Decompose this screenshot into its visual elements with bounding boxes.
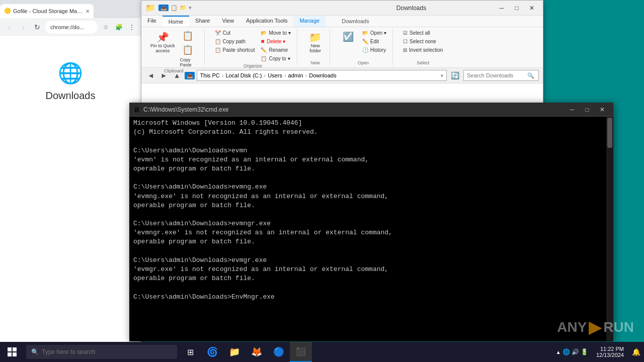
nav-back-button[interactable]: ◄ <box>145 71 156 79</box>
ribbon-select-all-button[interactable]: ☑ Select all <box>401 29 445 37</box>
breadcrumb-admin[interactable]: admin <box>288 72 303 78</box>
copy-to-icon: 📋 <box>261 56 267 61</box>
explorer-maximize-button[interactable]: □ <box>510 1 524 15</box>
properties-icon: ☑️ <box>343 31 354 42</box>
ribbon-copy-button[interactable]: 📋 <box>180 29 200 42</box>
chrome-tab-close-button[interactable]: ✕ <box>86 9 90 14</box>
select-all-label: Select all <box>410 30 430 36</box>
cmd-maximize-button[interactable]: □ <box>580 103 594 117</box>
ribbon-move-to-button[interactable]: 📂 Move to ▾ <box>259 29 292 37</box>
breadcrumb-expand[interactable]: ▾ <box>441 73 443 78</box>
cmd-output-area[interactable]: Microsoft Windows [Version 10.0.19045.40… <box>129 117 613 341</box>
nav-forward-button[interactable]: ► <box>158 71 170 79</box>
explorer-minimize-button[interactable]: ─ <box>495 1 509 15</box>
taskbar-cmd-button[interactable]: ⬛ <box>290 342 312 362</box>
cmd-line-blank-1 <box>133 137 603 146</box>
taskbar-chrome-button[interactable]: 🔵 <box>268 342 290 362</box>
ribbon-new-folder-button[interactable]: 📁 Newfolder <box>305 29 326 55</box>
cmd-line-blank-3 <box>133 210 603 219</box>
chrome-browser-window: 🟡 Gofile - Cloud Storage Made Si... ✕ ‹ … <box>0 0 141 362</box>
cmd-scroll-thumb[interactable] <box>607 118 612 148</box>
cut-label: Cut <box>223 30 231 36</box>
new-folder-label: Newfolder <box>310 43 321 53</box>
chrome-address-text: chrome://do... <box>50 24 84 30</box>
breadcrumb-downloads[interactable]: Downloads <box>309 72 336 78</box>
organize-buttons: ✂️ Cut 📋 Copy path 📋 Paste shortcut <box>213 29 257 54</box>
chrome-tab-gofile[interactable]: 🟡 Gofile - Cloud Storage Made Si... ✕ <box>0 4 94 18</box>
task-view-icon: ⊞ <box>187 347 194 357</box>
file-explorer-icon: 📁 <box>229 346 240 357</box>
ribbon-select-none-button[interactable]: ☐ Select none <box>401 38 445 45</box>
ribbon-edit-button[interactable]: ✏️ Edit <box>360 38 388 45</box>
taskbar-clock[interactable]: 11:22 PM 12/13/2024 <box>592 346 628 358</box>
cmd-cursor-line <box>133 302 603 311</box>
breadcrumb-localdisk[interactable]: Local Disk (C:) <box>225 72 262 78</box>
nav-refresh-button[interactable]: 🔄 <box>449 71 461 79</box>
cmd-scrollbar[interactable] <box>606 117 613 341</box>
ribbon-tab-share[interactable]: Share <box>189 16 216 27</box>
volume-icon[interactable]: 🔊 <box>572 348 579 355</box>
explorer-close-button[interactable]: ✕ <box>525 1 539 15</box>
chrome-address-bar[interactable]: chrome://do... <box>45 21 98 34</box>
chrome-more-icon[interactable]: ⋮ <box>126 21 138 33</box>
chrome-bookmark-icon[interactable]: ☆ <box>100 21 112 33</box>
taskbar-search-box[interactable]: 🔍 <box>26 345 177 359</box>
chrome-refresh-button[interactable]: ↻ <box>31 21 43 33</box>
ribbon-rename-button[interactable]: ✏️ Rename <box>259 46 292 54</box>
ribbon-tab-app-tools[interactable]: Application Tools <box>240 16 293 27</box>
cmd-line-3: C:\Users\admin\Downloads>evmn <box>133 146 603 155</box>
copy-path-icon: 📋 <box>215 39 221 44</box>
chrome-tab-favicon: 🟡 <box>4 8 11 15</box>
cmd-line-9: C:\Users\admin\Downloads>evmngr.exe <box>133 219 603 228</box>
cmd-minimize-button[interactable]: ─ <box>565 103 579 117</box>
cmd-line-2: (c) Microsoft Corporation. All rights re… <box>133 128 603 137</box>
taskbar-right-area: ▲ 🌐 🔊 🔋 11:22 PM 12/13/2024 🔔 <box>552 342 644 362</box>
ribbon-select-items: ☑ Select all ☐ Select none ⊟ Invert sele… <box>401 29 445 59</box>
ribbon-properties-button[interactable]: ☑️ <box>338 29 358 44</box>
ribbon-copy-to-button[interactable]: 📋 Copy to ▾ <box>259 55 292 62</box>
search-icon: 🔍 <box>527 72 534 79</box>
breadcrumb-thispc[interactable]: This PC <box>200 72 220 78</box>
ribbon-paste-shortcut-button[interactable]: 📋 Paste shortcut <box>213 46 257 54</box>
chrome-back-button[interactable]: ‹ <box>3 21 15 33</box>
explorer-search-input[interactable] <box>467 72 527 78</box>
ribbon-copy-path-button[interactable]: 📋 Copy path <box>213 38 257 45</box>
explorer-quick-icon: 📥 <box>158 5 169 11</box>
breadcrumb-users[interactable]: Users <box>268 72 282 78</box>
ribbon-new-group: 📁 Newfolder New <box>301 29 330 65</box>
cmd-window-controls: ─ □ ✕ <box>565 103 609 117</box>
chrome-tabs-bar: 🟡 Gofile - Cloud Storage Made Si... ✕ <box>0 0 141 18</box>
explorer-breadcrumb[interactable]: This PC › Local Disk (C:) › Users › admi… <box>197 70 447 81</box>
taskbar-file-explorer-button[interactable]: 📁 <box>223 342 246 362</box>
ribbon-tab-manage[interactable]: Manage <box>293 16 326 27</box>
ribbon-cut-button[interactable]: ✂️ Cut <box>213 29 257 37</box>
start-button[interactable] <box>0 342 24 362</box>
ribbon-tab-file[interactable]: File <box>141 16 163 27</box>
chrome-page-content: 🌐 Downloads <box>0 36 141 362</box>
taskbar-edge-button[interactable]: 🌀 <box>201 342 223 362</box>
chrome-forward-button[interactable]: › <box>17 21 29 33</box>
taskbar-firefox-button[interactable]: 🦊 <box>246 342 268 362</box>
ribbon-open-button[interactable]: 📂 Open ▾ <box>360 29 388 37</box>
ribbon-tab-view[interactable]: View <box>216 16 240 27</box>
ribbon-invert-button[interactable]: ⊟ Invert selection <box>401 46 445 54</box>
network-icon[interactable]: 🌐 <box>562 348 570 355</box>
ribbon-pin-button[interactable]: 📌 Pin to Quickaccess <box>147 29 178 55</box>
taskbar-task-view-button[interactable]: ⊞ <box>179 342 201 362</box>
nav-up-button[interactable]: ▲ <box>172 71 183 79</box>
cmd-close-button[interactable]: ✕ <box>595 103 609 117</box>
ribbon-delete-button[interactable]: ✖ Delete ▾ <box>259 38 292 45</box>
chrome-extensions-icon[interactable]: 🧩 <box>113 21 125 33</box>
cmd-icon: 🖥 <box>133 106 140 114</box>
explorer-search-box[interactable]: 🔍 <box>463 70 539 81</box>
explorer-ribbon: File Home Share View Application Tools M… <box>141 16 543 68</box>
expand-tray-icon[interactable]: ▲ <box>556 349 561 355</box>
ribbon-history-button[interactable]: 🕐 History <box>360 46 388 54</box>
ribbon-tab-home[interactable]: Home <box>163 16 189 27</box>
notification-button[interactable]: 🔔 <box>628 342 644 362</box>
explorer-titlebar: 📁 📥 📋 📁 ▾ Downloads ─ □ ✕ <box>141 1 543 16</box>
paste-shortcut-label: Paste shortcut <box>223 47 255 53</box>
taskbar-search-input[interactable] <box>42 348 163 355</box>
ribbon-paste-button[interactable]: 📋 <box>180 43 200 56</box>
open-buttons: ☑️ <box>338 29 358 44</box>
